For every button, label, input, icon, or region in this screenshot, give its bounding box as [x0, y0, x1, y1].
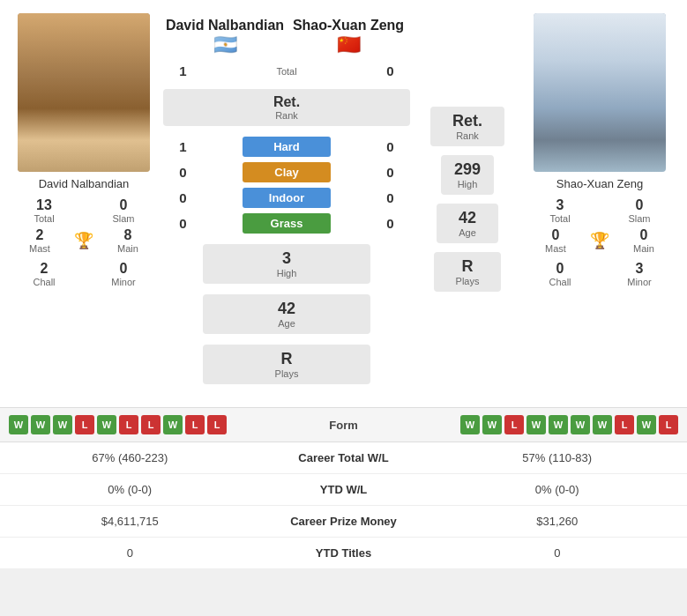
left-age-block: 42 Age	[203, 294, 370, 334]
trophy-icon-left: 🏆	[74, 231, 93, 250]
rank-row: Ret. Rank	[163, 89, 410, 126]
player-right-mast-value: 0	[552, 227, 560, 243]
player-left-mast-label: Mast	[29, 243, 50, 254]
player-left-mast-value: 2	[36, 227, 44, 243]
bottom-row-1-right: 0% (0-0)	[441, 483, 675, 496]
surface-row-clay: 0 Clay 0	[163, 162, 410, 182]
player-right-chall-label: Chall	[549, 277, 571, 287]
form-left-pill-4: W	[97, 415, 116, 434]
surface-grass-center: Grass	[203, 213, 370, 234]
form-right-pill-2: L	[504, 415, 524, 434]
plays-row: R Plays	[163, 345, 410, 384]
center-column: David Nalbandian 🇦🇷 Shao-Xuan Zeng 🇨🇳 1 …	[163, 13, 410, 394]
player-left-minor-value: 0	[120, 261, 128, 277]
left-rank-label: Rank	[181, 110, 392, 121]
form-left-pill-3: L	[75, 415, 94, 434]
surface-row-indoor: 0 Indoor 0	[163, 188, 410, 208]
right-high-row: 299 High	[414, 155, 520, 195]
bottom-row-1-label: YTD W/L	[247, 483, 441, 496]
right-age-block: 42 Age	[437, 204, 498, 243]
bottom-row-3-right: 0	[441, 546, 675, 560]
player-right-minor-label: Minor	[627, 277, 652, 287]
player-left: David Nalbandian 13 Total 0 Slam 2 Mast …	[9, 13, 159, 394]
right-high-label: High	[454, 179, 481, 189]
surface-indoor-right: 0	[370, 190, 410, 205]
left-rank-value: Ret.	[181, 94, 392, 110]
form-left-pill-9: L	[207, 415, 227, 434]
right-rank-value: Ret.	[452, 112, 482, 130]
player-right-mast: 0 Mast	[525, 227, 586, 254]
form-left-pill-5: L	[119, 415, 138, 434]
surface-indoor-btn[interactable]: Indoor	[243, 188, 331, 208]
bottom-row-1: 0% (0-0) YTD W/L 0% (0-0)	[0, 474, 687, 506]
form-pills-right: WWLWWWWLWL	[384, 415, 679, 434]
surface-row-hard: 1 Hard 0	[163, 137, 410, 157]
player-left-slam-value: 0	[120, 197, 128, 213]
player-left-chall-label: Chall	[33, 277, 55, 287]
player-left-main-label: Main	[117, 243, 138, 254]
player-left-slam: 0 Slam	[88, 197, 159, 224]
player-right-bottom-stats: 0 Chall 3 Minor	[525, 261, 675, 287]
player-left-stats: 13 Total 0 Slam	[9, 197, 159, 224]
bottom-row-2-label: Career Prize Money	[247, 515, 441, 528]
right-age-label: Age	[459, 227, 476, 238]
surface-row-grass: 0 Grass 0	[163, 213, 410, 234]
surface-hard-left: 1	[163, 139, 203, 154]
right-flag: 🇨🇳	[287, 33, 410, 56]
right-rank-label: Rank	[452, 130, 482, 141]
surface-hard-center: Hard	[203, 137, 370, 157]
bottom-row-0-label: Career Total W/L	[247, 451, 441, 464]
surface-rows: 1 Hard 0 0 Clay 0 0 Indoor 0 0 Grass 0	[163, 137, 410, 239]
form-right-pill-0: W	[460, 415, 480, 434]
right-plays-label: Plays	[456, 276, 480, 286]
left-plays-value: R	[220, 350, 353, 368]
form-right-pill-3: W	[526, 415, 546, 434]
player-right-chall-value: 0	[556, 261, 564, 277]
bottom-stats: 67% (460-223) Career Total W/L 57% (110-…	[0, 442, 687, 569]
surface-clay-center: Clay	[203, 162, 370, 182]
left-age-label: Age	[220, 318, 353, 329]
total-label: Total	[276, 66, 296, 77]
surface-hard-btn[interactable]: Hard	[243, 137, 331, 157]
form-pills-left: WWWLWLLWLL	[9, 415, 304, 434]
surface-indoor-left: 0	[163, 190, 203, 205]
left-player-name-center: David Nalbandian	[163, 18, 287, 33]
right-rank-row: Ret. Rank	[414, 107, 520, 146]
surface-clay-btn[interactable]: Clay	[243, 162, 331, 182]
form-left-pill-7: W	[163, 415, 183, 434]
form-right-pill-5: W	[571, 415, 590, 434]
left-rank-block: Ret. Rank	[163, 89, 410, 126]
player-right-slam-value: 0	[636, 197, 644, 213]
top-section: David Nalbandian 13 Total 0 Slam 2 Mast …	[0, 0, 687, 407]
player-right-mast-label: Mast	[545, 243, 566, 254]
left-age-value: 42	[220, 300, 353, 318]
bottom-row-0: 67% (460-223) Career Total W/L 57% (110-…	[0, 442, 687, 474]
right-player-name-center: Shao-Xuan Zeng	[287, 18, 410, 33]
total-center: Total	[203, 66, 370, 77]
right-age-value: 42	[459, 209, 476, 227]
left-flag: 🇦🇷	[163, 33, 287, 56]
surface-grass-btn[interactable]: Grass	[243, 213, 331, 234]
player-right-silhouette	[534, 13, 666, 172]
right-age-row: 42 Age	[414, 204, 520, 243]
left-high-label: High	[220, 268, 353, 278]
bottom-row-2-left: $4,611,715	[13, 515, 247, 528]
bottom-row-3-left: 0	[13, 546, 247, 560]
left-high-block: 3 High	[203, 244, 370, 284]
player-left-total: 13 Total	[9, 197, 79, 224]
left-high-value: 3	[220, 249, 353, 268]
right-high-block: 299 High	[441, 155, 494, 195]
player-left-slam-label: Slam	[112, 213, 134, 224]
player-left-trophy-row: 2 Mast 🏆 8 Main	[9, 227, 159, 254]
form-left-pill-6: L	[141, 415, 161, 434]
right-rank-block: Ret. Rank	[430, 107, 504, 146]
surface-clay-right: 0	[370, 165, 410, 180]
player-left-total-label: Total	[34, 213, 54, 224]
bottom-row-2: $4,611,715 Career Prize Money $31,260	[0, 506, 687, 538]
player-left-silhouette	[18, 13, 150, 172]
form-left-pill-1: W	[31, 415, 50, 434]
surface-clay-left: 0	[163, 165, 203, 180]
right-plays-block: R Plays	[434, 252, 502, 292]
form-right-pill-7: L	[615, 415, 634, 434]
player-left-mast: 2 Mast	[9, 227, 71, 254]
